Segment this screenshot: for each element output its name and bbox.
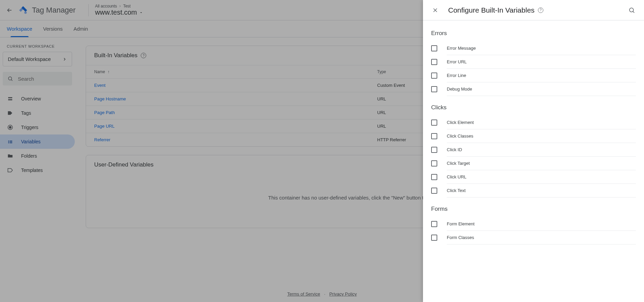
panel-body: ErrorsError MessageError URLError LineDe… [423, 20, 644, 302]
checkbox-label: Debug Mode [447, 82, 636, 96]
checkbox-row[interactable]: Click Text [431, 184, 636, 197]
checkbox[interactable] [431, 188, 437, 194]
checkbox-label: Click Classes [447, 129, 636, 143]
panel-group: FormsForm ElementForm Classes [431, 206, 636, 244]
configure-variables-panel: Configure Built-In Variables ? ErrorsErr… [423, 0, 644, 302]
checkbox-row[interactable]: Form Element [431, 217, 636, 231]
panel-group-heading: Forms [431, 206, 636, 212]
checkbox-label: Click URL [447, 170, 636, 184]
checkbox-label: Form Classes [447, 231, 636, 244]
panel-group-heading: Clicks [431, 104, 636, 111]
checkbox[interactable] [431, 86, 437, 92]
checkbox-row[interactable]: Click Target [431, 157, 636, 170]
panel-title-text: Configure Built-In Variables [448, 6, 535, 14]
checkbox-row[interactable]: Debug Mode [431, 82, 636, 96]
checkbox-row[interactable]: Click ID [431, 143, 636, 157]
checkbox-row[interactable]: Form Classes [431, 231, 636, 244]
checkbox[interactable] [431, 133, 437, 139]
panel-title: Configure Built-In Variables ? [448, 6, 543, 14]
checkbox[interactable] [431, 160, 437, 166]
checkbox[interactable] [431, 147, 437, 153]
help-icon[interactable]: ? [538, 7, 543, 13]
panel-group-heading: Errors [431, 30, 636, 37]
checkbox[interactable] [431, 59, 437, 65]
checkbox[interactable] [431, 45, 437, 51]
checkbox-label: Form Element [447, 217, 636, 231]
checkbox-label: Error Line [447, 69, 636, 82]
checkbox-row[interactable]: Error Message [431, 42, 636, 55]
checkbox-label: Click Element [447, 116, 636, 129]
checkbox-label: Click Target [447, 157, 636, 170]
checkbox-row[interactable]: Error URL [431, 55, 636, 69]
checkbox-row[interactable]: Error Line [431, 69, 636, 82]
checkbox[interactable] [431, 235, 437, 241]
checkbox[interactable] [431, 221, 437, 227]
checkbox-row[interactable]: Click Element [431, 116, 636, 129]
panel-group: ErrorsError MessageError URLError LineDe… [431, 30, 636, 96]
checkbox[interactable] [431, 120, 437, 126]
checkbox-label: Click Text [447, 184, 636, 197]
close-icon[interactable] [428, 3, 442, 17]
panel-group: ClicksClick ElementClick ClassesClick ID… [431, 104, 636, 197]
checkbox-row[interactable]: Click URL [431, 170, 636, 184]
svg-point-4 [629, 8, 633, 12]
panel-header: Configure Built-In Variables ? [423, 0, 644, 20]
checkbox[interactable] [431, 174, 437, 180]
checkbox-label: Error Message [447, 42, 636, 55]
checkbox-label: Error URL [447, 55, 636, 69]
checkbox-label: Click ID [447, 143, 636, 157]
checkbox[interactable] [431, 73, 437, 79]
search-icon[interactable] [625, 3, 639, 17]
checkbox-row[interactable]: Click Classes [431, 129, 636, 143]
